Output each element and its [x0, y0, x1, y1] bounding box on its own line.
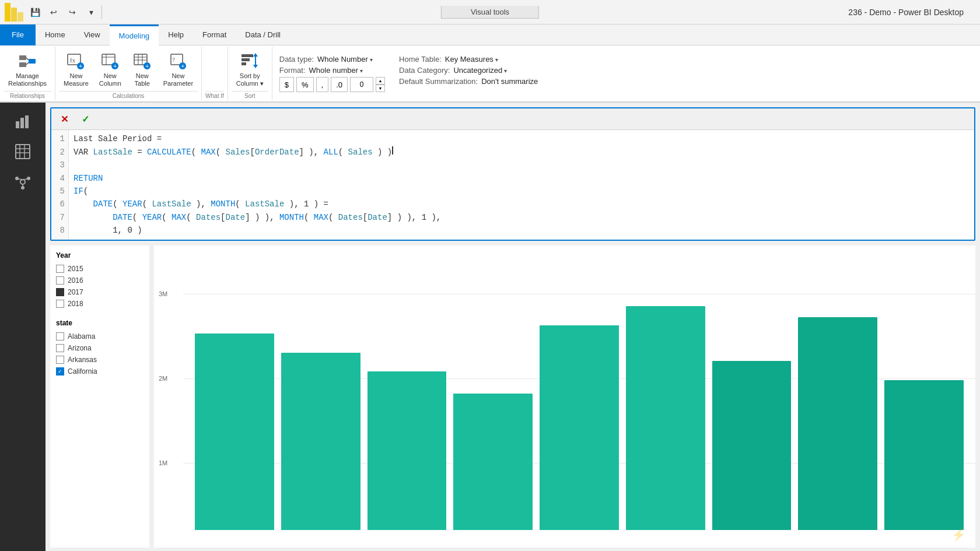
state-alabama-checkbox[interactable]	[56, 332, 64, 341]
chart-bar-9	[884, 380, 964, 531]
ribbon-group-relationships: ManageRelationships Relationships	[0, 47, 55, 100]
redo-button[interactable]: ↪	[64, 4, 80, 20]
undo-button[interactable]: ↩	[46, 4, 62, 20]
app-logo	[5, 3, 23, 22]
year-2017[interactable]: 2017	[56, 286, 144, 298]
format-label: Format:	[279, 66, 306, 75]
new-table-label: NewTable	[135, 72, 150, 87]
state-california[interactable]: California	[56, 366, 144, 377]
formula-confirm-button[interactable]: ✓	[77, 111, 93, 127]
manage-relationships-icon	[17, 50, 38, 72]
home-table-label: Home Table:	[399, 55, 442, 64]
year-2017-checkbox[interactable]	[56, 288, 64, 296]
sort-by-column-label: Sort byColumn ▾	[236, 72, 264, 87]
chart-bar-6	[626, 306, 705, 530]
menu-modeling[interactable]: Modeling	[110, 24, 159, 45]
main-area: ✕ ✓ 1 2 3 4 5 6 7 8 Last Sale Period =	[0, 103, 980, 551]
new-parameter-button[interactable]: ? + NewParameter	[159, 48, 198, 90]
chart-label-3m: 3M	[159, 290, 167, 297]
menu-home[interactable]: Home	[36, 24, 75, 45]
year-2016-label: 2016	[68, 276, 83, 285]
svg-rect-3	[19, 55, 26, 60]
chart-bar-4	[453, 394, 533, 530]
percent-button[interactable]: %	[296, 77, 314, 92]
state-arkansas-checkbox[interactable]	[56, 356, 64, 364]
whatif-group-label: What If	[205, 91, 224, 100]
decimal-up-button[interactable]: ▲	[376, 77, 385, 85]
svg-rect-0	[5, 3, 10, 22]
state-alabama[interactable]: Alabama	[56, 331, 144, 342]
menu-view[interactable]: View	[75, 24, 110, 45]
sort-by-column-button[interactable]: Sort byColumn ▾	[232, 48, 268, 90]
svg-line-7	[26, 62, 29, 65]
state-california-checkbox[interactable]	[56, 367, 64, 375]
quick-access-dropdown[interactable]: ▾	[83, 4, 99, 20]
chart-bar-1	[195, 334, 274, 531]
year-2015-checkbox[interactable]	[56, 265, 64, 273]
formula-cancel-button[interactable]: ✕	[56, 111, 72, 127]
currency-button[interactable]: $	[279, 77, 294, 92]
manage-relationships-button[interactable]: ManageRelationships	[4, 48, 51, 90]
data-type-value[interactable]: Whole Number	[317, 55, 372, 64]
decimal-down-button[interactable]: ▼	[376, 85, 385, 92]
svg-rect-35	[20, 118, 24, 128]
sort-by-column-icon	[239, 50, 260, 72]
year-2016-checkbox[interactable]	[56, 276, 64, 285]
format-value[interactable]: Whole number	[309, 66, 363, 75]
filter-panel: Year 2015 2016 2017 201	[50, 245, 149, 548]
menu-data-drill[interactable]: Data / Drill	[236, 24, 290, 45]
window-title: 236 - Demo - Power BI Desktop	[848, 8, 964, 17]
menu-help[interactable]: Help	[159, 24, 193, 45]
data-category-value[interactable]: Uncategorized	[453, 66, 507, 75]
decimal-input[interactable]	[350, 77, 373, 92]
comma-button[interactable]: ,	[316, 77, 329, 92]
menu-format[interactable]: Format	[193, 24, 236, 45]
new-table-icon: +	[133, 50, 152, 72]
new-measure-button[interactable]: fx + NewMeasure	[59, 48, 93, 90]
new-measure-label: NewMeasure	[64, 72, 89, 87]
ribbon-group-calculations: fx + NewMeasure +	[55, 47, 202, 100]
svg-rect-1	[11, 8, 17, 22]
formula-toolbar: ✕ ✓	[51, 108, 974, 130]
year-2018[interactable]: 2018	[56, 298, 144, 310]
new-column-button[interactable]: + NewColumn	[94, 48, 126, 90]
state-section: state Alabama Arizona Arkansas	[56, 319, 144, 377]
sidebar-icon-model[interactable]	[9, 168, 37, 196]
content-panel: ✕ ✓ 1 2 3 4 5 6 7 8 Last Sale Period =	[46, 103, 980, 551]
year-2018-label: 2018	[68, 300, 83, 308]
svg-line-47	[23, 179, 27, 180]
home-table-value[interactable]: Key Measures	[445, 55, 498, 64]
svg-line-46	[18, 179, 23, 180]
chart-bar-3	[368, 371, 447, 530]
year-2015[interactable]: 2015	[56, 263, 144, 275]
relationships-group-label: Relationships	[4, 91, 51, 100]
svg-text:+: +	[181, 62, 184, 69]
new-table-button[interactable]: + NewTable	[127, 48, 158, 90]
menu-file[interactable]: File	[0, 24, 36, 45]
year-2016[interactable]: 2016	[56, 275, 144, 286]
code-editor[interactable]: Last Sale Period = VAR LastSale = CALCUL…	[69, 130, 974, 239]
decimal-decrease-button[interactable]: .0	[331, 77, 348, 92]
sidebar-icon-table[interactable]	[9, 138, 37, 166]
sort-group-label: Sort	[232, 91, 268, 100]
code-line-2: VAR LastSale = CALCULATE( MAX( Sales[Ord…	[74, 146, 970, 159]
state-arizona-checkbox[interactable]	[56, 344, 64, 352]
sidebar	[0, 103, 46, 551]
svg-rect-34	[16, 121, 19, 128]
year-2018-checkbox[interactable]	[56, 300, 64, 308]
svg-point-45	[21, 186, 24, 189]
state-arizona[interactable]: Arizona	[56, 342, 144, 354]
chart-bar-2	[281, 353, 360, 531]
state-arkansas[interactable]: Arkansas	[56, 354, 144, 366]
save-button[interactable]: 💾	[27, 4, 43, 20]
svg-rect-29	[242, 58, 250, 61]
chart-label-2m: 2M	[159, 375, 167, 382]
ribbon-group-sort: Sort byColumn ▾ Sort	[228, 47, 272, 100]
sidebar-icon-chart[interactable]	[9, 107, 37, 135]
chart-label-1m: 1M	[159, 459, 167, 466]
year-section: Year 2015 2016 2017 201	[56, 251, 144, 310]
svg-rect-2	[18, 12, 23, 22]
svg-text:+: +	[145, 62, 149, 69]
svg-rect-30	[242, 62, 246, 65]
ribbon-group-whatif: What If	[202, 47, 228, 100]
